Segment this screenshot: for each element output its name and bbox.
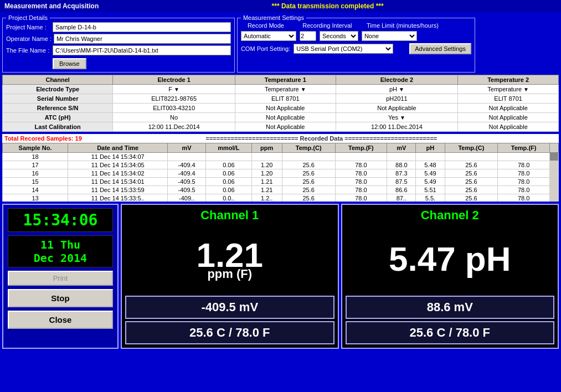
data-table-section: Sample No. Date and Time mV mmol/L ppm T… [2, 143, 559, 202]
data-cell: 18 [3, 153, 68, 161]
channel-cell: Not Applicable [336, 104, 458, 113]
channel-cell: Electrode Type [3, 85, 113, 94]
channel-cell: Not Applicable [235, 122, 336, 132]
channel-cell: ATC (pH) [3, 113, 113, 122]
scrollbar-cell [550, 169, 559, 178]
channel-cell: pH2011 [336, 94, 458, 104]
channel-cell: 12:00 11.Dec.2014 [113, 122, 235, 132]
channel2-temp: 25.6 C / 78.0 F [346, 321, 555, 344]
data-cell: -409.4 [168, 169, 206, 178]
data-cell: 78.0 [498, 186, 550, 194]
data-cell: 87.. [387, 194, 416, 202]
channel-cell: Not Applicable [235, 113, 336, 122]
project-name-row: Project Name : [6, 22, 231, 32]
data-cell: 11 Dec 14 15:34:02 [68, 169, 168, 178]
data-cell: 5.51 [416, 186, 445, 194]
operator-name-input[interactable] [54, 34, 231, 44]
data-cell [206, 153, 252, 161]
scrollbar-cell [550, 161, 559, 169]
status-message: *** Data transmission completed *** [272, 2, 384, 10]
col-sample-no: Sample No. [3, 143, 68, 153]
com-port-select[interactable]: USB Serial Port (COM2) [294, 44, 393, 54]
left-panel: 15:34:06 11 Thu Dec 2014 Print Stop Clos… [2, 204, 119, 349]
recorded-data-label: Recorded Data [300, 135, 343, 142]
data-cell [282, 153, 335, 161]
channel-cell: Reference S/N [3, 104, 113, 113]
measurement-settings-legend: Measurement Settings [241, 14, 306, 21]
data-cell: 25.6 [282, 194, 335, 202]
channel-cell: Temperature ▼ [235, 85, 336, 94]
data-cell: 25.6 [445, 169, 498, 178]
channel2-panel: Channel 2 5.47 pH 88.6 mV 25.6 C / 78.0 … [341, 204, 559, 349]
col-tempf2: Temp.(F) [498, 143, 550, 153]
record-mode-select[interactable]: Automatic [241, 31, 296, 41]
data-cell: 1.20 [251, 169, 282, 178]
file-name-input[interactable] [53, 45, 231, 55]
browse-button[interactable]: Browse [53, 58, 86, 69]
channel-cell: Last Calibration [3, 122, 113, 132]
channel-cell: F ▼ [113, 85, 235, 94]
data-cell: 78.0 [335, 169, 387, 178]
print-button[interactable]: Print [8, 271, 113, 286]
channel2-title: Channel 2 [346, 208, 555, 223]
data-cell: 16 [3, 169, 68, 178]
data-cell: 25.6 [282, 178, 335, 186]
data-cell: 78.0 [335, 186, 387, 194]
stop-button[interactable]: Stop [8, 289, 113, 307]
data-cell: 17 [3, 161, 68, 169]
project-name-input[interactable] [53, 22, 231, 32]
time-limit-select[interactable]: None [362, 31, 417, 41]
data-table: Sample No. Date and Time mV mmol/L ppm T… [2, 143, 559, 202]
data-cell: 15 [3, 178, 68, 186]
data-cell: 11 Dec 14 15:34:05 [68, 161, 168, 169]
interval-input[interactable] [300, 31, 316, 41]
col-channel: Channel [3, 75, 113, 85]
file-label: The File Name : [6, 47, 50, 54]
com-port-label: COM Port Setting: [241, 45, 290, 52]
data-cell: 0.06 [206, 169, 252, 178]
data-cell: 0.06 [206, 186, 252, 194]
data-cell: 14 [3, 186, 68, 194]
data-cell: 11 Dec 14 15:34:01 [68, 178, 168, 186]
channel2-main-value: 5.47 pH [346, 225, 555, 293]
channel-cell: ELIT003-43210 [113, 104, 235, 113]
data-cell: 5.49 [416, 169, 445, 178]
date-display: 11 Thu Dec 2014 [8, 235, 113, 267]
col-tempc1: Temp.(C) [282, 143, 335, 153]
data-cell: 78.0 [335, 161, 387, 169]
data-cell: -409.. [168, 194, 206, 202]
channel-cell: Not Applicable [458, 122, 559, 132]
seconds-select[interactable]: Seconds [320, 31, 358, 41]
advanced-settings-button[interactable]: Advanced Settings [409, 43, 471, 54]
channel2-mv: 88.6 mV [346, 296, 555, 319]
record-mode-row: Record Mode Recording Interval Time Limi… [241, 22, 471, 29]
data-cell: 1.20 [251, 161, 282, 169]
data-cell: 11 Dec 14 15:33:5.. [68, 194, 168, 202]
col-ph: pH [416, 143, 445, 153]
channel-table: Channel Electrode 1 Temperature 1 Electr… [2, 75, 559, 132]
channel1-temp: 25.6 C / 78.0 F [125, 321, 334, 344]
scrollbar-cell[interactable] [550, 153, 559, 161]
data-cell: -409.5 [168, 178, 206, 186]
scrollbar-header [550, 143, 559, 153]
data-cell: 87.5 [387, 178, 416, 186]
data-cell: 25.6 [445, 194, 498, 202]
close-button[interactable]: Close [8, 311, 113, 329]
channel-cell: Not Applicable [235, 104, 336, 113]
data-cell: 5.49 [416, 178, 445, 186]
channel-cell: Serial Number [3, 94, 113, 104]
data-cell: 78.0 [335, 178, 387, 186]
time-limit-label: Time Limit (minutes/hours) [364, 22, 441, 29]
project-details: Project Details Project Name : Operator … [2, 14, 235, 73]
data-cell: 25.6 [282, 186, 335, 194]
data-cell [498, 153, 550, 161]
col-mmol: mmol/L [206, 143, 252, 153]
channel-cell: 12:00 11.Dec.2014 [336, 122, 458, 132]
scrollbar-cell [550, 186, 559, 194]
channel-cell: ELIT 8701 [458, 94, 559, 104]
data-cell: 5.48 [416, 161, 445, 169]
col-electrode1: Electrode 1 [113, 75, 235, 85]
data-cell: 88.0 [387, 161, 416, 169]
channel1-mv: -409.5 mV [125, 296, 334, 319]
channel1-title: Channel 1 [125, 208, 334, 223]
